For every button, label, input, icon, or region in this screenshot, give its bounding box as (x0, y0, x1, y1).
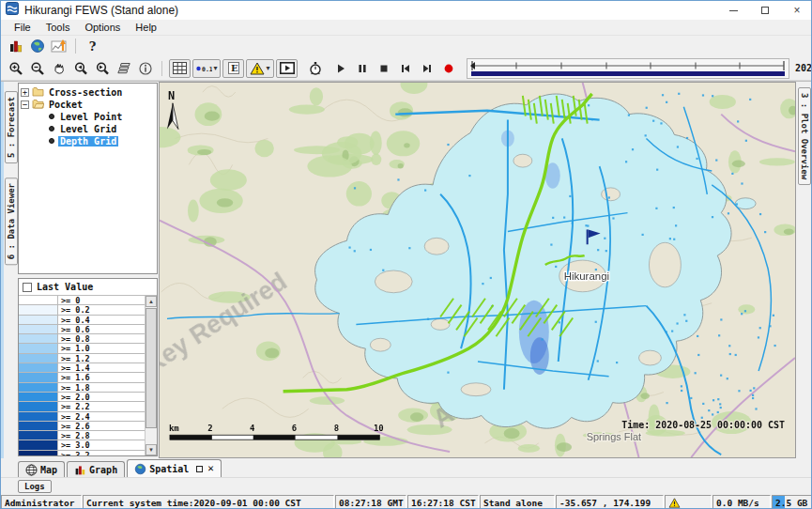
stop-button[interactable] (373, 59, 394, 78)
node-bullet-icon (49, 126, 54, 131)
display-tabs: Map Graph Spatial ✕ (1, 458, 812, 477)
stopwatch-icon[interactable] (304, 59, 326, 78)
logs-button[interactable]: Logs (18, 480, 52, 493)
grid-toggle-icon[interactable] (169, 59, 191, 78)
legend-label: >= 1.6 (58, 373, 145, 381)
window-title: Hikurangi FEWS (Stand alone) (24, 4, 178, 17)
menu-tools[interactable]: Tools (38, 21, 78, 34)
node-bullet-icon (49, 138, 54, 144)
tree-item-cross-section[interactable]: + Cross-section (21, 86, 155, 98)
filter-tree: + Cross-section − Pocket Level Point Lev… (18, 83, 158, 274)
wire-globe-icon (25, 464, 38, 476)
logs-row: Logs (1, 477, 812, 494)
close-tab-icon[interactable]: ✕ (207, 465, 214, 472)
map-time-label: Time: 2020-08-25 00:00:00 CST (621, 420, 785, 430)
statusbar: Administrator Current system time:2020-0… (1, 494, 812, 509)
tree-item-level-grid[interactable]: Level Grid (21, 123, 155, 134)
svg-text:4: 4 (250, 424, 254, 433)
zoom-out-icon[interactable] (26, 59, 48, 78)
legend-swatch (19, 296, 58, 304)
tree-item-depth-grid[interactable]: Depth Grid (21, 135, 155, 147)
sidebar-tab-data-viewer[interactable]: 6 : Data Viewer (5, 177, 18, 265)
map-canvas[interactable]: API Key Required API Key Required (159, 82, 796, 458)
zoom-in-icon[interactable] (5, 59, 26, 78)
legend-row: >= 3.0 (19, 440, 145, 450)
svg-text:Hikurangi: Hikurangi (564, 270, 609, 282)
status-user: Administrator (1, 495, 82, 509)
legend-row: >= 2.2 (19, 402, 145, 411)
expand-plus-icon[interactable]: + (21, 88, 29, 97)
sidebar-tab-forecast[interactable]: 5 : Forecast (5, 91, 18, 163)
animation-player-icon[interactable] (276, 59, 298, 78)
info-icon[interactable] (134, 59, 156, 78)
right-tab-strip: 3 : Plot Overview (796, 82, 812, 458)
legend-label: >= 0.6 (58, 325, 145, 333)
folder-icon (32, 86, 44, 99)
menu-help[interactable]: Help (128, 21, 164, 34)
app-logo-icon (6, 2, 19, 19)
legend-row: >= 0.2 (19, 305, 145, 315)
svg-text:0.1: 0.1 (202, 65, 212, 72)
timeline-slider[interactable] (467, 58, 789, 79)
legend-label: >= 2.8 (58, 431, 145, 440)
legend-row: >= 3.2 (19, 451, 145, 455)
tab-map[interactable]: Map (18, 461, 65, 477)
labels-toggle-icon[interactable]: E (222, 59, 244, 78)
svg-text:10: 10 (374, 424, 384, 433)
minimize-button[interactable] (717, 1, 749, 20)
globe-map-icon[interactable] (26, 37, 48, 55)
scroll-down-icon[interactable]: ▼ (146, 444, 157, 455)
legend-label: >= 2.0 (58, 393, 145, 401)
status-warning-cell (665, 495, 712, 509)
legend-row: >= 2.6 (19, 422, 145, 431)
zoom-next-icon[interactable] (91, 59, 113, 78)
legend-swatch (19, 451, 58, 455)
tree-item-pocket[interactable]: − Pocket (21, 99, 155, 110)
help-button[interactable]: ? (82, 37, 103, 55)
legend-swatch (19, 316, 58, 324)
maximize-button[interactable] (749, 1, 781, 20)
warning-dropdown[interactable]: ▾ (246, 59, 274, 78)
timeseries-display-icon[interactable] (48, 37, 69, 55)
legend-label: >= 0 (58, 296, 145, 304)
database-barchart-icon[interactable] (5, 37, 26, 55)
menu-file[interactable]: File (7, 21, 38, 34)
tab-plot-overview[interactable]: 3 : Plot Overview (798, 87, 811, 185)
status-memory: 2.5 GB (772, 495, 812, 509)
legend-swatch (19, 344, 58, 352)
left-tab-strip: 5 : Forecast 6 : Data Viewer (1, 82, 17, 458)
status-mode: Stand alone (480, 495, 555, 509)
close-button[interactable]: × (781, 1, 812, 20)
legend-panel: Last Value >= 0>= 0.2>= 0.4>= 0.6>= 0.8>… (18, 278, 158, 456)
collapse-minus-icon[interactable]: − (21, 100, 29, 109)
legend-row: >= 1.2 (19, 354, 145, 363)
undock-icon[interactable] (196, 466, 203, 472)
svg-text:km: km (169, 424, 179, 433)
timeline-range-bar (471, 71, 785, 76)
scroll-up-icon[interactable]: ▲ (146, 296, 157, 307)
pause-button[interactable] (351, 59, 373, 78)
tab-spatial[interactable]: Spatial ✕ (127, 459, 222, 477)
status-gmt-time: 08:27:18 GMT (335, 495, 406, 509)
tab-graph[interactable]: Graph (67, 461, 125, 477)
current-datetime: 2020-08-25 00:00:00 CST (795, 63, 812, 73)
node-bullet-icon (49, 114, 54, 119)
legend-header: Last Value (19, 279, 157, 295)
play-button[interactable] (329, 59, 351, 78)
menu-options[interactable]: Options (77, 21, 128, 34)
skip-forward-button[interactable] (416, 59, 437, 78)
skip-backward-button[interactable] (394, 59, 416, 78)
status-local-time: 16:27:18 CST (407, 495, 479, 509)
titlebar: Hikurangi FEWS (Stand alone) × (1, 1, 812, 20)
svg-text:6: 6 (292, 424, 297, 433)
legend-scrollbar[interactable]: ▲ ▼ (145, 296, 157, 455)
classification-dropdown[interactable]: 0.1▾ (192, 59, 221, 78)
pan-hand-icon[interactable] (48, 59, 69, 78)
last-value-checkbox[interactable] (23, 283, 32, 292)
scroll-thumb[interactable] (146, 308, 157, 428)
app-window: Hikurangi FEWS (Stand alone) × File Tool… (1, 1, 812, 509)
zoom-previous-icon[interactable] (69, 59, 91, 78)
layers-icon[interactable] (113, 59, 134, 78)
tree-item-level-point[interactable]: Level Point (21, 111, 155, 122)
record-button[interactable] (437, 59, 459, 78)
